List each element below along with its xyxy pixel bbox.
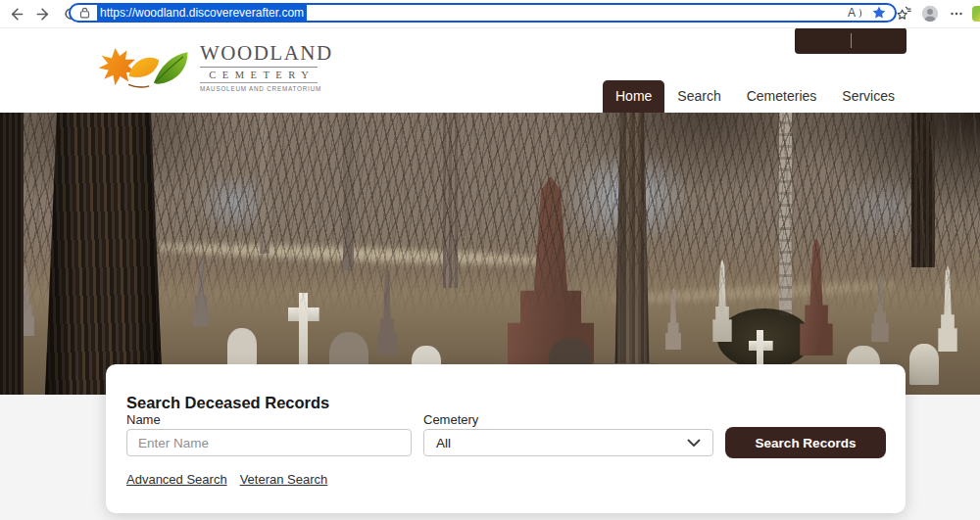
logo-leaves-icon (96, 37, 192, 96)
site-header: WOODLAND CEMETERY MAUSOLEUM AND CREMATOR… (0, 27, 980, 113)
nav-item-home[interactable]: Home (603, 80, 664, 113)
nav-item-search[interactable]: Search (664, 80, 733, 113)
browser-toolbar: https://woodland.discovereverafter.com A (0, 0, 980, 28)
cemetery-label: Cemetery (423, 412, 478, 427)
address-bar[interactable]: https://woodland.discovereverafter.com A (69, 3, 897, 23)
search-deceased-records-card: Search Deceased Records Name Cemetery Al… (106, 364, 906, 513)
header-top-buttons-divider (851, 33, 852, 48)
woodland-cemetery-logo[interactable]: WOODLAND CEMETERY MAUSOLEUM AND CREMATOR… (96, 37, 318, 96)
hero-tree-trunk (0, 113, 24, 395)
extension-badge-partial[interactable] (972, 6, 980, 22)
site-info-lock-icon[interactable] (78, 6, 91, 20)
hero-image (0, 113, 980, 395)
profile-avatar-icon[interactable] (919, 3, 941, 24)
header-top-buttons[interactable] (795, 27, 906, 54)
logo-subname: CEMETERY (200, 67, 318, 80)
hero-tree-trunk (45, 113, 163, 395)
logo-text: WOODLAND CEMETERY MAUSOLEUM AND CREMATOR… (200, 41, 318, 92)
name-input[interactable] (126, 429, 412, 456)
card-title: Search Deceased Records (126, 394, 329, 412)
cemetery-select-value: All (436, 436, 451, 450)
logo-name: WOODLAND (200, 41, 318, 66)
nav-item-cemeteries[interactable]: Cemeteries (734, 80, 830, 113)
favorite-star-icon[interactable] (871, 5, 887, 21)
veteran-search-link[interactable]: Veteran Search (240, 472, 328, 487)
more-menu-icon[interactable] (946, 3, 967, 24)
browser-actions (893, 0, 980, 27)
cemetery-select[interactable]: All (423, 429, 713, 456)
read-aloud-icon[interactable]: A (848, 6, 861, 20)
hero-gravestone (909, 344, 939, 385)
chevron-down-icon (687, 439, 701, 448)
card-links: Advanced Search Veteran Search (126, 472, 327, 487)
collections-icon[interactable] (893, 3, 914, 24)
search-records-button[interactable]: Search Records (725, 427, 886, 458)
main-navigation: Home Search Cemeteries Services (603, 80, 907, 113)
logo-tagline: MAUSOLEUM AND CREMATORIUM (200, 82, 318, 92)
page: https://woodland.discovereverafter.com A (0, 0, 980, 520)
forward-icon[interactable] (31, 2, 55, 25)
back-icon[interactable] (4, 2, 27, 25)
url-text-selected: https://woodland.discovereverafter.com (97, 4, 307, 22)
advanced-search-link[interactable]: Advanced Search (126, 472, 227, 487)
name-label: Name (126, 412, 161, 427)
nav-item-services[interactable]: Services (829, 80, 907, 113)
